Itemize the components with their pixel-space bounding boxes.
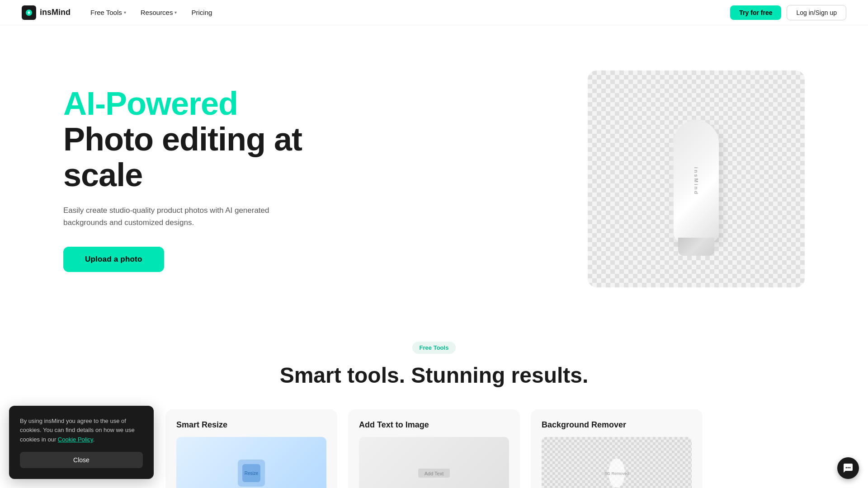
tool-card-title: Background Remover: [542, 420, 692, 430]
tool-preview-bg-remover: BG Removed: [542, 437, 692, 488]
cookie-text: By using insMind you agree to the use of…: [20, 417, 143, 445]
navbar: insMind Free Tools ▾ Resources ▾ Pricing…: [0, 0, 868, 25]
tools-grid: Smart Resize Resize Add Text to Image Ad…: [63, 409, 805, 488]
chevron-down-icon: ▾: [175, 10, 177, 15]
chevron-down-icon: ▾: [124, 10, 126, 15]
section-title: Smart tools. Stunning results.: [63, 363, 805, 388]
product-tube: insMind: [656, 102, 737, 256]
tool-card-title: Smart Resize: [176, 420, 326, 430]
nav-pricing[interactable]: Pricing: [186, 6, 217, 19]
free-tools-badge: Free Tools: [412, 342, 456, 354]
tube-cap: [678, 238, 714, 256]
logo[interactable]: insMind: [22, 5, 71, 20]
tool-preview-add-text: Add Text: [359, 437, 509, 488]
tool-card-bg-remover: Background Remover BG Removed: [531, 409, 703, 488]
nav-links: Free Tools ▾ Resources ▾ Pricing: [85, 6, 217, 19]
tool-card-add-text: Add Text to Image Add Text: [348, 409, 520, 488]
cookie-banner: By using insMind you agree to the use of…: [9, 406, 154, 479]
svg-point-8: [846, 467, 847, 469]
tool-preview-smart-resize: Resize: [176, 437, 326, 488]
tube-body: insMind: [674, 120, 719, 242]
upload-photo-button[interactable]: Upload a photo: [63, 247, 164, 272]
logo-text: insMind: [40, 8, 71, 17]
cookie-policy-link[interactable]: Cookie Policy: [58, 436, 93, 443]
login-button[interactable]: Log in/Sign up: [787, 5, 846, 20]
svg-text:Add Text: Add Text: [425, 471, 444, 476]
hero-section: AI-Powered Photo editing at scale Easily…: [0, 25, 868, 314]
chat-widget-button[interactable]: [837, 457, 859, 479]
hero-product-image: insMind: [588, 70, 805, 287]
product-image-wrapper: insMind: [588, 70, 805, 287]
try-for-free-button[interactable]: Try for free: [730, 5, 781, 20]
svg-text:BG Removed: BG Removed: [604, 471, 629, 476]
hero-title-main: Photo editing at scale: [63, 121, 302, 193]
svg-text:Resize: Resize: [245, 471, 259, 476]
nav-right: Try for free Log in/Sign up: [730, 5, 846, 20]
tool-card-title: Add Text to Image: [359, 420, 509, 430]
tube-brand-text: insMind: [693, 167, 699, 196]
hero-title-ai: AI-Powered: [63, 85, 238, 122]
nav-resources[interactable]: Resources ▾: [135, 6, 183, 19]
tool-card-smart-resize: Smart Resize Resize: [165, 409, 337, 488]
hero-content: AI-Powered Photo editing at scale Easily…: [63, 86, 335, 272]
svg-point-9: [848, 467, 849, 469]
nav-free-tools[interactable]: Free Tools ▾: [85, 6, 132, 19]
hero-description: Easily create studio-quality product pho…: [63, 204, 280, 229]
logo-icon: [22, 5, 36, 20]
svg-point-10: [849, 467, 851, 469]
cookie-close-button[interactable]: Close: [20, 452, 143, 468]
nav-left: insMind Free Tools ▾ Resources ▾ Pricing: [22, 5, 217, 20]
